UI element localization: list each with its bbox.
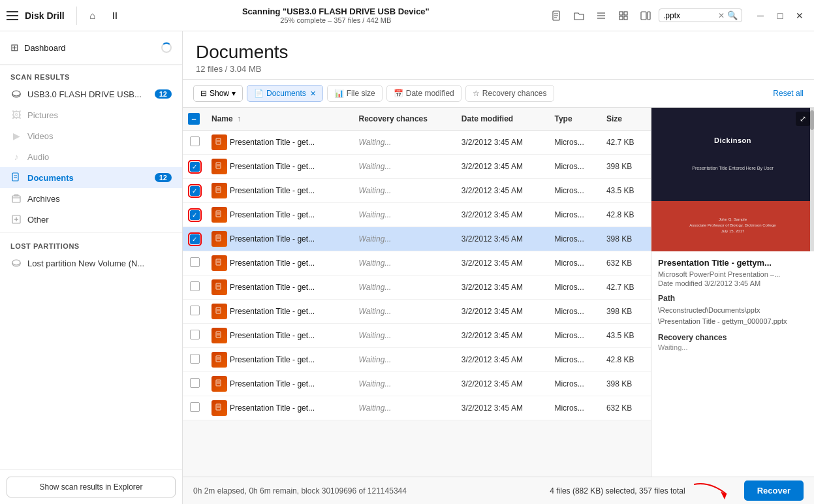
folder-view-button[interactable] [570,7,588,25]
maximize-button[interactable]: □ [771,7,789,25]
row-checkbox[interactable] [190,162,200,172]
row-date-cell: 3/2/2012 3:45 AM [456,276,550,300]
preview-scrollbar [810,108,814,251]
row-date-cell: 3/2/2012 3:45 AM [456,348,550,372]
calendar-icon: 📅 [394,89,403,98]
size-column-header: Size [601,108,651,131]
search-input[interactable] [663,11,715,20]
minimize-button[interactable]: ─ [751,7,770,25]
remove-documents-filter[interactable]: ✕ [310,89,316,98]
recovery-status: Waiting... [359,307,392,316]
select-all-button[interactable] [188,113,200,125]
file-name-text: Presentation Title - get... [230,379,315,388]
panel-view-button[interactable] [636,7,655,25]
table-row[interactable]: Presentation Title - get...Waiting...3/2… [183,276,651,300]
row-checkbox-cell [183,276,206,300]
row-recovery-cell: Waiting... [354,396,456,420]
row-recovery-cell: Waiting... [354,324,456,348]
recovery-status: Waiting... [359,138,392,147]
sidebar-footer: Show scan results in Explorer [0,469,182,504]
documents-filter-tag[interactable]: 📄 Documents ✕ [247,85,323,102]
datemod-filter-button[interactable]: 📅 Date modified [386,85,462,102]
row-type-cell: Micros... [549,372,601,396]
sidebar-item-usb[interactable]: USB3.0 FLASH DRIVE USB... 12 [0,84,182,104]
name-column-header[interactable]: Name ↑ [206,108,354,131]
pause-button[interactable]: ⏸ [106,7,124,25]
preview-path-label: Path [658,294,807,303]
file-name-text: Presentation Title - get... [230,210,315,219]
table-row[interactable]: Presentation Title - get...Waiting...3/2… [183,300,651,324]
row-name-cell: Presentation Title - get... [206,203,354,227]
row-checkbox[interactable] [190,210,200,220]
preview-expand-button[interactable]: ⤢ [796,112,810,126]
row-checkbox[interactable] [190,234,200,244]
show-filter-button[interactable]: ⊟ Show ▾ [193,85,243,102]
row-checkbox[interactable] [190,136,200,146]
sidebar-item-audio-label: Audio [27,152,172,162]
list-view-button[interactable] [592,7,610,25]
sidebar-item-other-label: Other [27,215,172,225]
table-row[interactable]: Presentation Title - get...Waiting...3/2… [183,227,651,251]
pptx-file-icon [211,400,227,416]
sidebar-item-archives[interactable]: Archives [0,188,182,209]
recover-button[interactable]: Recover [744,480,804,501]
svg-rect-22 [14,195,18,196]
row-checkbox[interactable] [190,378,200,388]
svg-rect-60 [216,380,221,386]
recovery-filter-button[interactable]: ☆ Recovery chances [465,85,554,102]
row-checkbox[interactable] [190,330,200,339]
table-row[interactable]: Presentation Title - get...Waiting...3/2… [183,203,651,227]
table-row[interactable]: Presentation Title - get...Waiting...3/2… [183,179,651,203]
pptx-file-icon [211,352,227,368]
grid-view-button[interactable] [614,7,633,25]
sidebar-item-videos[interactable]: ▶ Videos [0,125,182,146]
sidebar-dashboard[interactable]: ⊞ Dashboard [0,37,182,59]
lost-partitions-label: Lost partitions [0,236,182,253]
show-explorer-button[interactable]: Show scan results in Explorer [7,477,176,497]
table-row[interactable]: Presentation Title - get...Waiting...3/2… [183,396,651,420]
recovery-status: Waiting... [359,283,392,292]
table-row[interactable]: Presentation Title - get...Waiting...3/2… [183,372,651,396]
sidebar-item-audio[interactable]: ♪ Audio [0,146,182,167]
table-row[interactable]: Presentation Title - get...Waiting...3/2… [183,324,651,348]
home-button[interactable]: ⌂ [84,7,102,25]
row-checkbox[interactable] [190,186,200,196]
search-clear-button[interactable]: ✕ [718,11,725,20]
row-checkbox-cell [183,155,206,179]
sidebar-item-pictures[interactable]: 🖼 Pictures [0,104,182,125]
row-type-cell: Micros... [549,131,601,155]
table-row[interactable]: Presentation Title - get...Waiting...3/2… [183,155,651,179]
row-type-cell: Micros... [549,276,601,300]
row-name-cell: Presentation Title - get... [206,348,354,372]
row-checkbox[interactable] [190,306,200,315]
row-recovery-cell: Waiting... [354,155,456,179]
close-button[interactable]: ✕ [791,7,809,25]
other-icon [10,213,22,225]
doc-view-button[interactable] [548,7,566,25]
table-row[interactable]: Presentation Title - get...Waiting...3/2… [183,131,651,155]
file-name-text: Presentation Title - get... [230,234,315,244]
svg-rect-30 [216,138,221,144]
row-checkbox-cell [183,396,206,420]
filesize-filter-button[interactable]: 📊 File size [327,85,383,102]
pptx-file-icon [211,279,227,295]
slide-author: John Q. Sample Associate Professor of Bi… [665,217,801,234]
row-type-cell: Micros... [549,348,601,372]
reset-all-button[interactable]: Reset all [773,89,804,98]
selected-info: 4 files (882 KB) selected, 357 files tot… [550,486,685,496]
menu-button[interactable] [5,8,21,24]
sidebar-item-documents[interactable]: Documents 12 [0,167,182,188]
row-checkbox[interactable] [190,281,200,291]
row-checkbox-cell [183,300,206,324]
row-checkbox[interactable] [190,257,200,267]
document-filter-icon: 📄 [254,89,264,98]
row-checkbox[interactable] [190,402,200,412]
search-icon[interactable]: 🔍 [727,10,738,20]
sidebar-item-other[interactable]: Other [0,209,182,230]
svg-rect-57 [216,356,221,362]
table-row[interactable]: Presentation Title - get...Waiting...3/2… [183,348,651,372]
row-checkbox[interactable] [190,354,200,364]
sidebar-item-lost-volume[interactable]: Lost partition New Volume (N... [0,253,182,274]
preview-image: Dickinson Presentation Title Entered Her… [651,108,814,251]
table-row[interactable]: Presentation Title - get...Waiting...3/2… [183,251,651,276]
